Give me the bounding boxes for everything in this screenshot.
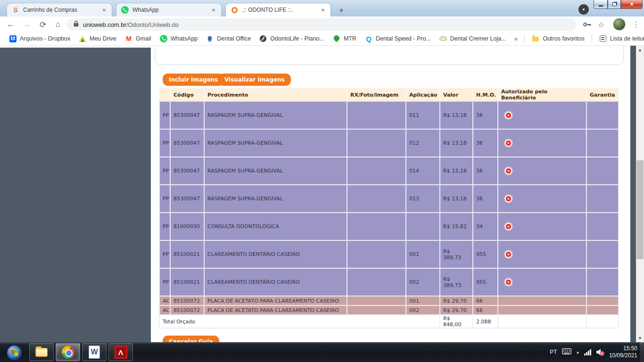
network-signal-icon[interactable]: [584, 349, 591, 355]
bookmark-dental-speed[interactable]: Q Dental Speed - Pro...: [361, 33, 435, 44]
clock[interactable]: 15:50 10/09/2021: [609, 345, 637, 359]
header-garantia: Garantia: [586, 88, 619, 101]
table-row: AC85100072PLACA DE ACETATO PARA CLAREAME…: [159, 305, 619, 315]
windows-logo-icon: [7, 345, 22, 361]
scroll-down-icon[interactable]: ▼: [636, 334, 644, 342]
visualizar-imagens-button[interactable]: Visualizar Imagens: [218, 74, 291, 86]
password-key-icon[interactable]: [581, 18, 593, 31]
hidden-icons-button[interactable]: ▲: [576, 350, 580, 354]
address-bar[interactable]: unioweb.com.br/Odonto/Uniweb.do: [67, 18, 576, 31]
tab-search-button[interactable]: ▼: [578, 4, 589, 15]
restore-button[interactable]: [608, 0, 621, 9]
forward-icon[interactable]: →: [21, 18, 33, 31]
chrome-icon: [62, 346, 74, 359]
header-codigo: Código: [170, 88, 204, 101]
not-authorized-icon[interactable]: ✕: [505, 112, 512, 119]
cell-tipo: PP: [159, 268, 170, 296]
bookmark-label: Meu Drive: [90, 35, 116, 42]
cell-codigo: 85100021: [170, 268, 204, 296]
bookmark-meu-drive[interactable]: Meu Drive: [74, 33, 121, 44]
home-icon[interactable]: ⌂: [52, 18, 64, 31]
not-authorized-icon[interactable]: ✕: [505, 167, 512, 174]
close-button[interactable]: ✕: [621, 0, 643, 9]
not-authorized-icon[interactable]: ✕: [505, 140, 512, 147]
taskbar-word-button[interactable]: W: [82, 343, 107, 361]
cell-hmo: 66: [473, 296, 498, 305]
tab-close-icon[interactable]: ✕: [100, 6, 108, 14]
cancelar-guia-button[interactable]: Cancelar Guia: [163, 336, 219, 342]
taskbar-chrome-button[interactable]: [56, 343, 80, 361]
header-aplicacao: Aplicação: [406, 88, 440, 101]
keyboard-icon[interactable]: [562, 348, 571, 356]
reload-icon[interactable]: ⟳: [37, 18, 49, 31]
cell-tipo: AC: [159, 296, 170, 305]
bookmark-dental-office[interactable]: Dental Office: [202, 33, 255, 44]
bookmark-mtr[interactable]: MTR: [329, 33, 361, 44]
bookmark-label: Dental Cremer Loja...: [450, 35, 506, 42]
cell-rx: [347, 240, 406, 268]
bookmark-dental-cremer[interactable]: Dental Cremer Loja...: [435, 33, 511, 44]
cell-garantia: [586, 101, 619, 129]
tab-carrinho-de-compras[interactable]: S Carrinho de Compras ✕: [7, 3, 112, 16]
left-dark-panel: [0, 48, 151, 342]
not-authorized-icon[interactable]: ✕: [505, 251, 512, 258]
scrollbar-thumb[interactable]: [636, 160, 644, 259]
tab-close-icon[interactable]: ✕: [210, 6, 217, 14]
minimize-button[interactable]: [594, 0, 608, 9]
cell-hmo: 66: [473, 305, 498, 315]
bookmarks-overflow-button[interactable]: »: [511, 35, 522, 42]
table-row: PP85300047RASPAGEM SUPRA-GENGIVAL011R$ 1…: [159, 101, 619, 129]
bookmark-star-icon[interactable]: ☆: [595, 18, 607, 31]
tab-title: WhatsApp: [132, 7, 206, 13]
volume-muted-icon[interactable]: [596, 348, 604, 356]
whatsapp-icon: [160, 35, 167, 42]
cell-garantia: [586, 268, 619, 296]
not-authorized-icon[interactable]: ✕: [505, 195, 512, 202]
scroll-up-icon[interactable]: ▲: [636, 46, 644, 54]
tab-close-icon[interactable]: ✕: [319, 6, 327, 14]
divider: [524, 34, 525, 43]
new-tab-button[interactable]: +: [336, 5, 347, 16]
reading-list-button[interactable]: Lista de leitura: [595, 33, 644, 44]
taskbar-acrobat-button[interactable]: Λ: [108, 343, 133, 361]
back-icon[interactable]: ←: [5, 18, 17, 31]
other-bookmarks-button[interactable]: Outros favoritos: [528, 33, 588, 44]
page-scrollbar[interactable]: ▲ ▼: [636, 46, 644, 342]
bookmark-whatsapp[interactable]: WhatsApp: [156, 33, 202, 44]
menu-dots-icon[interactable]: ⋮: [630, 18, 642, 31]
mtr-icon: [333, 35, 340, 42]
profile-avatar[interactable]: [613, 18, 626, 31]
header-rx-foto-imagem: RX/Foto/Imagem: [347, 88, 406, 101]
windows-taskbar: W Λ PT ▲ 15:50 10/09/2021: [0, 342, 644, 362]
not-authorized-icon[interactable]: ✕: [505, 279, 512, 286]
cell-garantia: [586, 296, 619, 305]
header-procedimento: Procedimento: [204, 88, 347, 101]
bookmark-gmail[interactable]: M Gmail: [121, 33, 156, 44]
cell-aplicacao: [406, 213, 440, 240]
dropbox-icon: [9, 35, 17, 42]
cell-hmo: 955: [473, 240, 498, 268]
taskbar-explorer-button[interactable]: [29, 343, 54, 361]
tray-time: 15:50: [609, 345, 637, 352]
incluir-imagens-button[interactable]: Incluir Imagens: [163, 74, 224, 86]
tab-title: Carrinho de Compras: [23, 7, 97, 13]
cell-aplicacao: 001: [406, 240, 440, 268]
cell-codigo: 85300047: [170, 185, 204, 213]
bookmark-dropbox[interactable]: Arquivos - Dropbox: [5, 33, 74, 44]
cell-codigo: 85300047: [170, 101, 204, 129]
cell-autorizado: ✕: [498, 101, 586, 129]
tab-odonto-life[interactable]: .:: ODONTO LIFE ::. ✕: [225, 3, 331, 16]
page-content: Incluir Imagens Visualizar Imagens Códig…: [0, 46, 644, 342]
cell-aplicacao: 014: [406, 157, 440, 185]
bookmark-odontolife[interactable]: OdontoLife - Plano...: [255, 33, 329, 44]
show-desktop-button[interactable]: [639, 342, 644, 362]
cell-garantia: [586, 185, 619, 213]
cell-codigo: 85100072: [170, 296, 204, 305]
cell-procedimento: RASPAGEM SUPRA-GENGIVAL: [204, 101, 347, 129]
explorer-icon: [35, 348, 48, 357]
start-button[interactable]: [3, 344, 25, 362]
tab-whatsapp[interactable]: WhatsApp ✕: [116, 3, 222, 16]
google-drive-icon: [79, 35, 86, 42]
language-indicator[interactable]: PT: [550, 349, 557, 355]
not-authorized-icon[interactable]: ✕: [505, 223, 512, 230]
